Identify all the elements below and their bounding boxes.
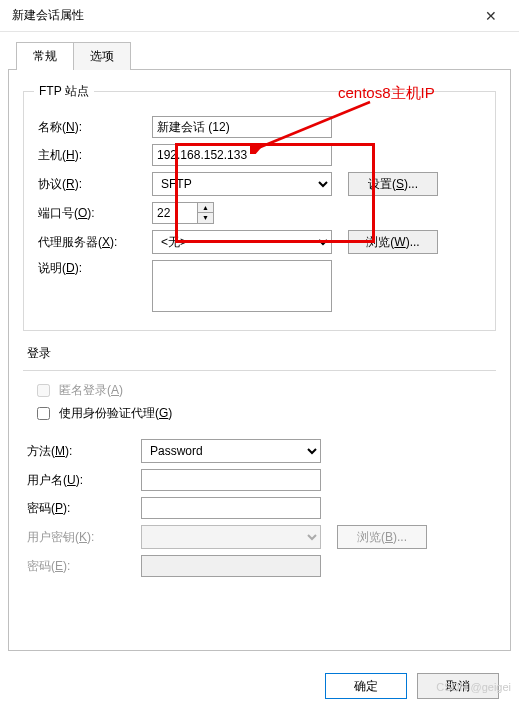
keypass-input	[141, 555, 321, 577]
proxy-select[interactable]: <无>	[152, 230, 332, 254]
password-label: 密码(P):	[23, 500, 141, 517]
ok-button[interactable]: 确定	[325, 673, 407, 699]
close-icon[interactable]: ✕	[471, 8, 511, 24]
method-select[interactable]: Password	[141, 439, 321, 463]
name-label: 名称(N):	[34, 119, 152, 136]
ident-agent-checkbox[interactable]	[37, 407, 50, 420]
anon-login-checkbox: 匿名登录(A)	[33, 381, 496, 400]
host-label: 主机(H):	[34, 147, 152, 164]
tab-general[interactable]: 常规	[16, 42, 74, 70]
port-stepper[interactable]: ▲▼	[152, 202, 214, 224]
settings-button[interactable]: 设置(S)...	[348, 172, 438, 196]
port-input[interactable]	[152, 202, 198, 224]
browse-proxy-button[interactable]: 浏览(W)...	[348, 230, 438, 254]
port-label: 端口号(O):	[34, 205, 152, 222]
userkey-select	[141, 525, 321, 549]
spin-up-icon[interactable]: ▲	[198, 203, 213, 213]
ftp-group: FTP 站点 名称(N): 主机(H): 协议(R): SFTP 设置(S)..…	[23, 83, 496, 331]
method-label: 方法(M):	[23, 443, 141, 460]
spin-down-icon[interactable]: ▼	[198, 213, 213, 223]
host-input[interactable]	[152, 144, 332, 166]
title-bar: 新建会话属性 ✕	[0, 0, 519, 32]
tab-options[interactable]: 选项	[73, 42, 131, 70]
login-legend: 登录	[27, 345, 496, 362]
keypass-label: 密码(E):	[23, 558, 141, 575]
password-input[interactable]	[141, 497, 321, 519]
protocol-label: 协议(R):	[34, 176, 152, 193]
protocol-select[interactable]: SFTP	[152, 172, 332, 196]
divider	[23, 370, 496, 371]
tab-strip: 常规 选项	[0, 32, 519, 70]
ftp-legend: FTP 站点	[34, 83, 94, 100]
anon-checkbox	[37, 384, 50, 397]
name-input[interactable]	[152, 116, 332, 138]
description-textarea[interactable]	[152, 260, 332, 312]
tab-panel: FTP 站点 名称(N): 主机(H): 协议(R): SFTP 设置(S)..…	[8, 69, 511, 651]
username-input[interactable]	[141, 469, 321, 491]
userkey-label: 用户密钥(K):	[23, 529, 141, 546]
proxy-label: 代理服务器(X):	[34, 234, 152, 251]
watermark: CSDN @geigei	[436, 681, 511, 693]
username-label: 用户名(U):	[23, 472, 141, 489]
desc-label: 说明(D):	[34, 260, 152, 277]
ident-agent-checkbox-row[interactable]: 使用身份验证代理(G)	[33, 404, 496, 423]
window-title: 新建会话属性	[12, 7, 471, 24]
browse-key-button: 浏览(B)...	[337, 525, 427, 549]
